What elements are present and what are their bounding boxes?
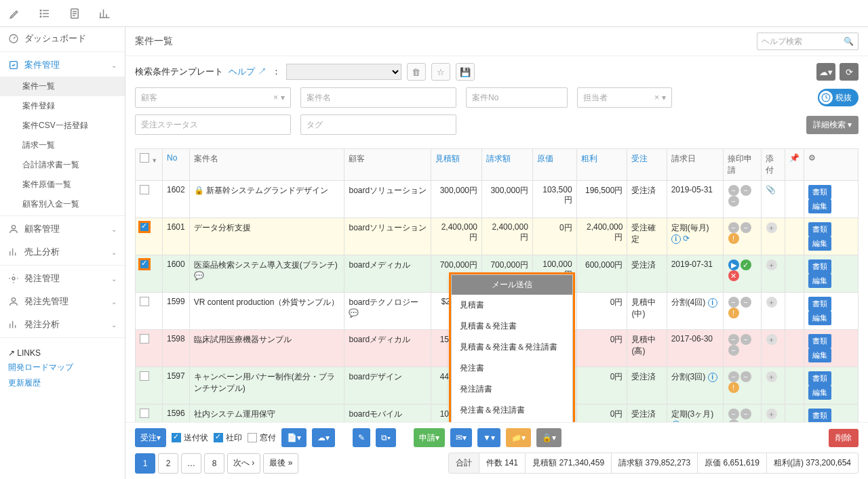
dropdown-item[interactable]: 見積書＆発注書＆発注請書 xyxy=(452,337,572,358)
filter-dropdown[interactable]: ▼▾ xyxy=(477,428,500,447)
status-dot[interactable]: ▶ xyxy=(728,259,739,270)
column-header[interactable]: 受注 xyxy=(627,149,667,181)
status-dot[interactable]: − xyxy=(728,334,739,345)
info-icon[interactable]: i xyxy=(708,373,717,382)
template-favorite-button[interactable]: ☆ xyxy=(431,63,450,81)
sidebar-sub-item[interactable]: 請求一覧 xyxy=(0,136,125,155)
name-cell[interactable]: 臨床試用医療機器サンプル xyxy=(189,330,344,367)
sidebar-hatchusaki[interactable]: 発注先管理⌄ xyxy=(0,290,125,313)
status-dot[interactable]: − xyxy=(741,371,751,382)
column-header[interactable]: 粗利 xyxy=(576,149,627,181)
edit-button[interactable]: 編集 xyxy=(808,199,831,213)
add-attachment[interactable]: ＋ xyxy=(766,371,777,382)
doc-button[interactable]: 書類 xyxy=(808,297,831,311)
column-header[interactable]: 原価 xyxy=(532,149,576,181)
status-dot[interactable]: − xyxy=(741,409,751,419)
mail-dropdown[interactable]: ✉▾ xyxy=(450,428,472,447)
filter-project-name[interactable]: 案件名 xyxy=(300,87,456,108)
row-checkbox[interactable] xyxy=(140,371,149,381)
doc-dropdown-1[interactable]: 📄▾ xyxy=(281,428,307,447)
sidebar-sub-item[interactable]: 案件CSV一括登録 xyxy=(0,116,125,136)
status-dot[interactable]: − xyxy=(728,419,739,422)
dropdown-item[interactable]: 見積書＆発注書 xyxy=(452,316,572,337)
delete-button[interactable]: 削除 xyxy=(829,429,859,447)
add-attachment[interactable]: ＋ xyxy=(766,334,777,345)
info-icon[interactable]: i xyxy=(708,298,717,308)
status-dot[interactable]: ! xyxy=(728,382,739,393)
list-icon[interactable] xyxy=(38,7,52,20)
template-save-button[interactable]: 💾 xyxy=(456,63,475,81)
dropdown-item[interactable]: 発注書＆発注請書 xyxy=(452,400,572,421)
clip-icon[interactable]: 📎 xyxy=(766,185,776,194)
order-button[interactable]: 受注 ▾ xyxy=(135,428,166,447)
help-search[interactable]: ヘルプ検索 🔍 xyxy=(757,33,859,50)
edit-button[interactable]: 編集 xyxy=(808,236,831,251)
name-cell[interactable]: 🔒 新基幹システムグランドデザイン xyxy=(189,181,344,218)
row-checkbox[interactable] xyxy=(140,259,149,269)
status-dot[interactable]: ! xyxy=(728,308,739,318)
column-header[interactable]: 見積額 xyxy=(431,149,482,181)
template-delete-button[interactable]: 🗑 xyxy=(407,63,426,81)
row-checkbox[interactable] xyxy=(140,297,149,306)
sidebar-uriage[interactable]: 売上分析⌄ xyxy=(0,241,125,264)
edit-action[interactable]: ✎ xyxy=(353,428,370,447)
name-cell[interactable]: VR content production（外貨サンプル） xyxy=(189,293,344,330)
sidebar-sub-item[interactable]: 案件一覧 xyxy=(0,77,125,96)
filter-tag[interactable]: タグ xyxy=(300,114,456,135)
page-8[interactable]: 8 xyxy=(204,453,224,474)
sidebar-hatchu[interactable]: 発注管理⌄ xyxy=(0,267,125,290)
page-last[interactable]: 最後 » xyxy=(263,453,298,474)
chart-icon[interactable] xyxy=(98,7,111,20)
apply-button[interactable]: 申請▾ xyxy=(414,428,445,447)
filter-assignee[interactable]: 担当者×▾ xyxy=(577,87,672,108)
status-dot[interactable]: − xyxy=(741,334,751,345)
doc-button[interactable]: 書類 xyxy=(808,409,831,422)
refresh-icon[interactable]: ⟳ xyxy=(683,234,690,243)
select-all-checkbox[interactable] xyxy=(140,153,149,163)
add-attachment[interactable]: ＋ xyxy=(766,409,777,419)
soufu-checkbox[interactable]: 送付状 xyxy=(172,432,208,444)
dropdown-item[interactable]: 納品書 xyxy=(452,421,572,422)
edit-button[interactable]: 編集 xyxy=(808,311,831,325)
add-attachment[interactable]: ＋ xyxy=(766,259,777,270)
cloud-dropdown[interactable]: ☁▾ xyxy=(312,428,335,447)
folder-dropdown[interactable]: 📁▾ xyxy=(506,428,531,447)
madofu-checkbox[interactable]: 窓付 xyxy=(248,432,276,444)
template-help-link[interactable]: ヘルプ ↗ xyxy=(229,66,267,78)
edit-button[interactable]: 編集 xyxy=(808,348,831,362)
sidebar-anken-mgmt[interactable]: 案件管理 ⌄ xyxy=(0,54,125,77)
page-next[interactable]: 次へ › xyxy=(227,453,260,474)
status-dot[interactable]: − xyxy=(728,297,739,308)
doc-button[interactable]: 書類 xyxy=(808,185,831,199)
dropdown-item[interactable]: 見積書 xyxy=(452,295,572,316)
link-roadmap[interactable]: 開発ロードマップ xyxy=(8,362,73,372)
sidebar-hatchu-bunseki[interactable]: 発注分析⌄ xyxy=(0,313,125,336)
status-dot[interactable]: ! xyxy=(728,233,739,244)
document-icon[interactable] xyxy=(68,7,81,20)
sidebar-sub-item[interactable]: 合計請求書一覧 xyxy=(0,155,125,175)
status-dot[interactable]: − xyxy=(728,222,739,233)
lock-dropdown[interactable]: 🔒▾ xyxy=(536,428,561,447)
status-dot[interactable]: − xyxy=(728,345,739,356)
name-cell[interactable]: 社内システム運用保守 xyxy=(189,404,344,423)
edit-button[interactable]: 編集 xyxy=(808,274,831,288)
name-cell[interactable]: キャンペーン用バナー制作(差分・ブランチサンプル) xyxy=(189,367,344,404)
gear-icon[interactable]: ⚙ xyxy=(808,153,816,163)
dropdown-item[interactable]: 発注請書 xyxy=(452,379,572,400)
refresh-button[interactable]: ⟳ xyxy=(840,63,859,81)
status-dot[interactable]: ✓ xyxy=(741,259,751,270)
row-checkbox[interactable] xyxy=(140,334,149,343)
row-checkbox[interactable] xyxy=(140,185,149,194)
sidebar-dashboard[interactable]: ダッシュボード xyxy=(0,27,125,50)
doc-button[interactable]: 書類 xyxy=(808,371,831,386)
status-dot[interactable]: − xyxy=(741,185,751,196)
status-dot[interactable]: − xyxy=(741,297,751,308)
copy-action[interactable]: ⧉▾ xyxy=(376,428,396,447)
column-header[interactable]: 請求額 xyxy=(482,149,533,181)
column-header[interactable]: No xyxy=(163,149,190,181)
status-dot[interactable]: − xyxy=(728,196,739,207)
shain-checkbox[interactable]: 社印 xyxy=(214,432,242,444)
pencil-icon[interactable] xyxy=(8,7,22,20)
name-cell[interactable]: データ分析支援 xyxy=(189,218,344,255)
pin-icon[interactable]: 📌 xyxy=(789,153,800,163)
